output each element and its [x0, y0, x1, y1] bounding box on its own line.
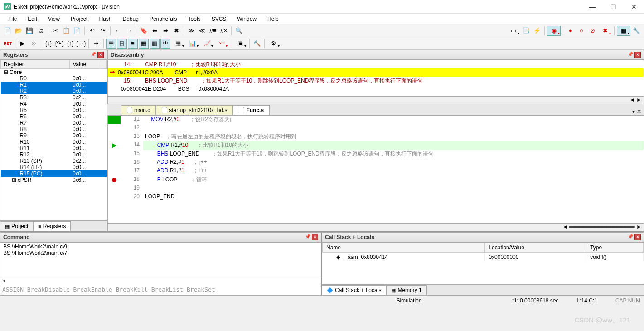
menu-file[interactable]: File	[4, 15, 21, 24]
find-icon[interactable]: 🔍	[234, 26, 244, 36]
registers-window-icon[interactable]: ▦	[139, 39, 149, 49]
menu-peripherals[interactable]: Peripherals	[145, 15, 182, 24]
breakpoint-disable-icon[interactable]: ⊘	[587, 26, 597, 36]
code-area[interactable]: MOV R2,#0 ；设R2寄存器为j LOOP ；写在最左边的是程序段的段名，…	[143, 116, 644, 223]
register-row[interactable]: R80x0...	[1, 126, 107, 132]
tab-func-s[interactable]: Func.s	[233, 105, 270, 115]
indent-icon[interactable]: ≫	[186, 26, 196, 36]
menu-debug[interactable]: Debug	[118, 15, 143, 24]
menu-window[interactable]: Window	[232, 15, 261, 24]
register-row[interactable]: R10x0...	[1, 82, 107, 88]
undo-icon[interactable]: ↶	[87, 26, 97, 36]
trace-window-icon[interactable]: 〰	[215, 39, 228, 49]
maximize-button[interactable]: ☐	[607, 3, 620, 10]
show-next-icon[interactable]: ➜	[91, 39, 101, 49]
command-input[interactable]: >	[0, 276, 321, 286]
menu-flash[interactable]: Flash	[94, 15, 116, 24]
options-icon[interactable]: 🔧	[631, 26, 641, 36]
editor-scrollbar[interactable]: ◄ ═════════════════ ►	[107, 224, 644, 231]
disassembly-window-icon[interactable]: ⌸	[117, 39, 127, 49]
editor-body[interactable]: ▶ 11121314151617181920 MOV R2,#0 ；设R2寄存器…	[107, 115, 644, 224]
target-dropdown[interactable]: ▭	[507, 26, 520, 36]
register-row[interactable]: R100x0...	[1, 139, 107, 145]
debug-icon[interactable]: ◉	[547, 26, 561, 36]
breakpoint-insert-icon[interactable]: ●	[566, 26, 576, 36]
editor-gutter[interactable]: ▶	[108, 116, 121, 223]
tab-close-icon[interactable]: ✕	[637, 108, 641, 115]
system-viewer-icon[interactable]: ▣	[233, 39, 247, 49]
minimize-button[interactable]: —	[586, 3, 599, 10]
callstack-table[interactable]: NameLocation/ValueType ◆ __asm_0x8000414…	[322, 242, 644, 284]
register-row[interactable]: R120x0...	[1, 151, 107, 158]
disassembly-body[interactable]: 14: CMP R1,#10 ；比较R1和10的大小 ⮕0x0800041C 2…	[107, 60, 644, 97]
flash-icon[interactable]: ⚡	[532, 26, 542, 36]
menu-help[interactable]: Help	[263, 15, 283, 24]
pin-icon[interactable]: 📌	[627, 52, 634, 58]
memory-window-icon[interactable]: ▦	[171, 39, 185, 49]
copy-icon[interactable]: 📋	[61, 26, 71, 36]
xpsr-node[interactable]: ⊞ xPSR	[1, 177, 70, 183]
step-out-icon[interactable]: {↑}	[65, 39, 75, 49]
bookmark-prev-icon[interactable]: ⬅	[150, 26, 160, 36]
nav-fwd-icon[interactable]: →	[124, 26, 134, 36]
register-row[interactable]: R15 (PC)0x0...	[1, 170, 107, 177]
tab-callstack[interactable]: 🔷 Call Stack + Locals	[322, 285, 386, 295]
register-row[interactable]: R60x0...	[1, 113, 107, 120]
register-row[interactable]: R40x0...	[1, 101, 107, 107]
comment-icon[interactable]: //≡	[208, 26, 218, 36]
tab-registers[interactable]: ≡ Registers	[33, 221, 71, 231]
tab-memory1[interactable]: ▦ Memory 1	[386, 285, 426, 295]
bookmark-clear-icon[interactable]: ✖	[171, 26, 181, 36]
save-all-icon[interactable]: 🗂	[35, 26, 45, 36]
tab-project[interactable]: ▦ Project	[0, 221, 33, 231]
menu-project[interactable]: Project	[66, 15, 92, 24]
symbols-window-icon[interactable]: ≡	[128, 39, 138, 49]
pin-icon[interactable]: 📌	[627, 234, 634, 240]
nav-back-icon[interactable]: ←	[113, 26, 123, 36]
tab-main-c[interactable]: main.c	[121, 105, 156, 115]
registers-table[interactable]: RegisterValue ⊟ Core R00x0...R10x0...R20…	[0, 60, 107, 220]
config-icon[interactable]: 📑	[521, 26, 531, 36]
register-row[interactable]: R14 (LR)0x0...	[1, 164, 107, 170]
breakpoint-enable-icon[interactable]: ○	[576, 26, 586, 36]
register-row[interactable]: R50x0...	[1, 107, 107, 113]
core-node[interactable]: ⊟ Core	[1, 69, 70, 76]
stop-icon[interactable]: ⊗	[29, 39, 39, 49]
breakpoint-kill-icon[interactable]: ✖	[598, 26, 612, 36]
register-row[interactable]: R20x0...	[1, 88, 107, 94]
analysis-window-icon[interactable]: 📈	[200, 39, 214, 49]
window-layout-icon[interactable]: ▦	[617, 26, 630, 36]
bookmark-icon[interactable]: 🔖	[139, 26, 149, 36]
panel-close-icon[interactable]: ×	[634, 52, 641, 58]
paste-icon[interactable]: 📄	[72, 26, 82, 36]
save-icon[interactable]: 💾	[24, 26, 34, 36]
pin-icon[interactable]: 📌	[305, 234, 311, 240]
new-file-icon[interactable]: 📄	[3, 26, 13, 36]
debug-settings-icon[interactable]: ⚙	[267, 39, 281, 49]
cut-icon[interactable]: ✂	[50, 26, 60, 36]
toolbox-icon[interactable]: 🔨	[252, 39, 262, 49]
step-over-icon[interactable]: {↷}	[54, 39, 64, 49]
redo-icon[interactable]: ↷	[98, 26, 108, 36]
panel-close-icon[interactable]: ×	[312, 234, 318, 240]
tab-startup[interactable]: startup_stm32f10x_hd.s	[156, 105, 233, 115]
outdent-icon[interactable]: ≪	[197, 26, 207, 36]
disasm-scrollbar[interactable]: ◄ ►	[107, 97, 644, 104]
panel-close-icon[interactable]: ×	[97, 52, 104, 58]
callstack-window-icon[interactable]: ▥	[150, 39, 160, 49]
open-icon[interactable]: 📂	[14, 26, 24, 36]
run-icon[interactable]: ▶	[18, 39, 28, 49]
register-row[interactable]: R110x0...	[1, 145, 107, 151]
menu-tools[interactable]: Tools	[184, 15, 205, 24]
serial-window-icon[interactable]: 📊	[186, 39, 199, 49]
command-window-icon[interactable]: ▤	[106, 39, 116, 49]
uncomment-icon[interactable]: //×	[219, 26, 229, 36]
menu-edit[interactable]: Edit	[23, 15, 42, 24]
callstack-row[interactable]: ◆ __asm_0x8000414 0x00000000 void f()	[323, 253, 644, 262]
watch-window-icon[interactable]: 👁	[160, 39, 170, 49]
breakpoint-icon[interactable]	[112, 178, 116, 182]
register-row[interactable]: R70x0...	[1, 120, 107, 126]
run-to-cursor-icon[interactable]: {→}	[76, 39, 86, 49]
pin-icon[interactable]: 📌	[90, 52, 97, 58]
register-row[interactable]: R90x0...	[1, 132, 107, 139]
